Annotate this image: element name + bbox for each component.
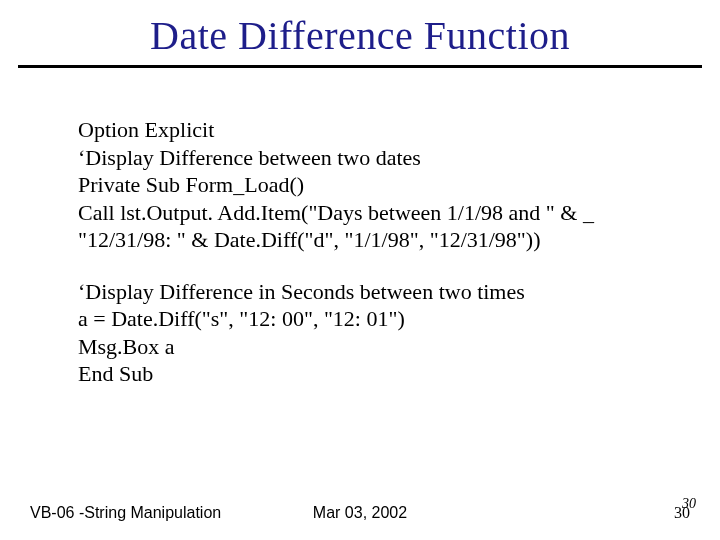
code-block-1: Option Explicit ‘Display Difference betw… bbox=[78, 116, 720, 254]
footer: VB-06 -String Manipulation Mar 03, 2002 … bbox=[0, 492, 720, 522]
code-line: a = Date.Diff("s", "12: 00", "12: 01") bbox=[78, 305, 720, 333]
footer-center: Mar 03, 2002 bbox=[0, 504, 720, 522]
code-line: Msg.Box a bbox=[78, 333, 720, 361]
slide: Date Difference Function Option Explicit… bbox=[0, 0, 720, 540]
page-number-overlay: 30 bbox=[682, 496, 696, 512]
code-line: End Sub bbox=[78, 360, 720, 388]
code-line: Option Explicit bbox=[78, 116, 720, 144]
code-line: Call lst.Output. Add.Item("Days between … bbox=[78, 199, 720, 227]
code-line: "12/31/98: " & Date.Diff("d", "1/1/98", … bbox=[78, 226, 720, 254]
code-line: ‘Display Difference in Seconds between t… bbox=[78, 278, 720, 306]
footer-page-number: 30 30 bbox=[674, 504, 690, 522]
code-line: Private Sub Form_Load() bbox=[78, 171, 720, 199]
slide-title: Date Difference Function bbox=[0, 0, 720, 65]
code-block-2: ‘Display Difference in Seconds between t… bbox=[78, 278, 720, 388]
code-line: ‘Display Difference between two dates bbox=[78, 144, 720, 172]
slide-body: Option Explicit ‘Display Difference betw… bbox=[0, 68, 720, 388]
